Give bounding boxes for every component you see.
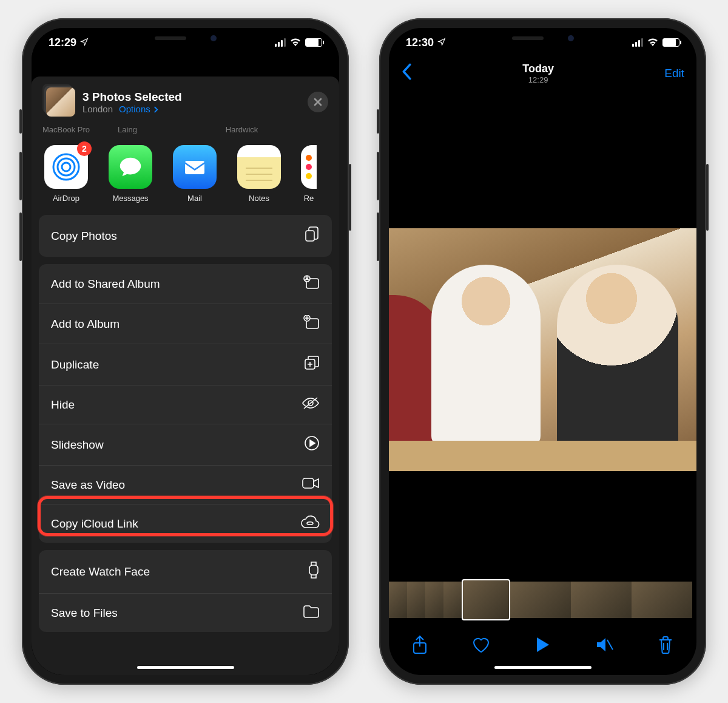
svg-line-24 (607, 640, 613, 650)
share-apps-row[interactable]: 2 AirDrop Messages Mail (32, 137, 339, 215)
airdrop-targets-row[interactable]: MacBook Pro Laing Hardwick (32, 125, 339, 137)
svg-point-1 (58, 158, 75, 175)
wifi-icon (289, 36, 302, 49)
delete-button[interactable] (655, 634, 676, 656)
messages-icon (109, 145, 152, 189)
action-copy-photos[interactable]: Copy Photos (39, 215, 332, 257)
phone-left: 12:29 3 Photos Selected Londo (22, 18, 349, 685)
photo-viewer[interactable] (389, 228, 696, 471)
battery-icon (305, 38, 322, 47)
sheet-location: London (83, 104, 113, 114)
filmstrip-thumb[interactable] (462, 579, 510, 620)
svg-point-0 (62, 163, 70, 171)
notch (473, 28, 613, 49)
share-actions: Copy Photos Add to Shared Album Add to A… (32, 215, 339, 632)
app-notes[interactable]: Notes (235, 145, 283, 203)
reminders-icon (301, 145, 317, 189)
notes-icon (237, 145, 281, 189)
play-button[interactable] (531, 634, 553, 656)
hide-icon (302, 396, 320, 413)
wifi-icon (647, 36, 659, 49)
play-circle-icon (304, 435, 320, 454)
action-create-watch-face[interactable]: Create Watch Face (39, 550, 332, 593)
battery-icon (662, 38, 679, 47)
app-reminders-partial[interactable]: Re (300, 145, 318, 203)
filmstrip-thumb[interactable] (443, 582, 462, 618)
filmstrip-thumb[interactable] (407, 582, 425, 618)
duplicate-icon (304, 355, 320, 374)
action-duplicate[interactable]: Duplicate (39, 344, 332, 385)
mail-icon (173, 145, 217, 189)
nav-bar: Today 12:29 Edit (389, 57, 696, 90)
action-add-shared-album[interactable]: Add to Shared Album (39, 264, 332, 304)
status-time: 12:30 (406, 36, 434, 49)
app-messages[interactable]: Messages (107, 145, 154, 203)
edit-button[interactable]: Edit (664, 67, 684, 80)
app-mail[interactable]: Mail (171, 145, 218, 203)
airdrop-icon: 2 (44, 145, 88, 189)
cloud-link-icon (300, 515, 320, 532)
filmstrip-thumb[interactable] (425, 582, 443, 618)
copy-icon (304, 226, 320, 246)
home-indicator[interactable] (494, 666, 592, 669)
phone-right: 12:30 Today 12:29 Edit (379, 18, 706, 685)
close-button[interactable] (308, 92, 328, 112)
action-add-album[interactable]: Add to Album (39, 304, 332, 344)
home-indicator[interactable] (137, 666, 234, 669)
svg-point-21 (307, 522, 313, 525)
add-album-icon (303, 315, 320, 333)
selection-thumbnail (46, 87, 75, 117)
photo-toolbar (389, 627, 696, 663)
action-copy-icloud-link[interactable]: Copy iCloud Link (39, 504, 332, 543)
svg-rect-20 (303, 478, 314, 488)
app-airdrop[interactable]: 2 AirDrop (42, 145, 90, 203)
svg-rect-3 (185, 161, 204, 174)
sheet-title: 3 Photos Selected (83, 90, 300, 104)
share-sheet: 3 Photos Selected London Options MacBook… (32, 76, 339, 675)
svg-point-7 (306, 155, 312, 161)
status-time: 12:29 (49, 36, 76, 49)
shared-album-icon (303, 275, 320, 293)
filmstrip-thumb[interactable] (510, 582, 571, 618)
back-button[interactable] (401, 63, 412, 84)
filmstrip-thumb[interactable] (571, 582, 632, 618)
svg-rect-22 (309, 565, 318, 575)
svg-point-9 (306, 173, 312, 179)
action-slideshow[interactable]: Slideshow (39, 424, 332, 465)
nav-title: Today (522, 63, 554, 75)
notch (116, 28, 255, 49)
mute-button[interactable] (593, 634, 615, 656)
action-hide[interactable]: Hide (39, 385, 332, 424)
nav-subtitle: 12:29 (522, 75, 554, 84)
location-arrow-icon (437, 36, 446, 49)
filmstrip[interactable] (389, 579, 696, 620)
favorite-button[interactable] (470, 634, 492, 656)
watch-icon (308, 561, 320, 582)
cell-signal-icon (275, 38, 286, 47)
svg-point-8 (306, 164, 312, 170)
cell-signal-icon (632, 38, 643, 47)
filmstrip-thumb[interactable] (389, 582, 407, 618)
location-arrow-icon (80, 36, 89, 49)
airdrop-badge: 2 (77, 141, 92, 156)
folder-icon (303, 605, 320, 621)
filmstrip-thumb[interactable] (632, 582, 692, 618)
svg-rect-10 (306, 231, 314, 241)
video-icon (302, 477, 320, 493)
action-save-as-video[interactable]: Save as Video (39, 465, 332, 504)
options-link[interactable]: Options (119, 104, 158, 114)
action-save-to-files[interactable]: Save to Files (39, 593, 332, 632)
share-button[interactable] (409, 634, 431, 656)
